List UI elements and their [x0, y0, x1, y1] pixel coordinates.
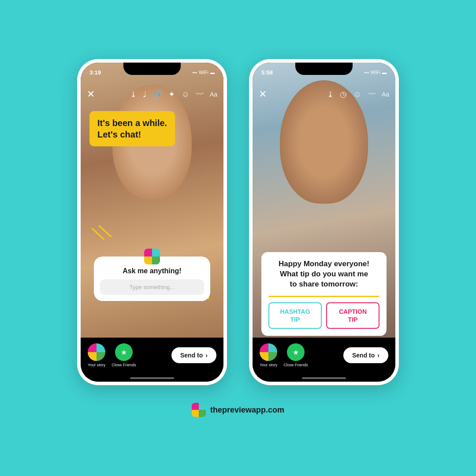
- app-icon: [144, 249, 160, 264]
- music-icon[interactable]: ♩: [143, 89, 146, 99]
- star-icon-2: ★: [293, 348, 299, 357]
- phone-1: 3:19 ▪▪▪ WiFi ▬ ✕ ⤓ ♩ 🔗 ✦ ☺ 〰: [77, 59, 227, 385]
- question-sticker: Ask me anything! Type something...: [94, 257, 210, 301]
- wifi-icon: WiFi: [199, 70, 208, 75]
- chevron-right-icon-1: ›: [205, 352, 208, 359]
- send-to-button-1[interactable]: Send to ›: [171, 347, 216, 363]
- sparkle-icon[interactable]: ✦: [168, 89, 175, 99]
- your-story-circle-1: [88, 343, 105, 361]
- caption-sticker-1: It's been a while.Let's chat!: [89, 111, 175, 146]
- your-story-circle-2: [260, 343, 277, 361]
- quiz-option-caption[interactable]: CAPTIONTIP: [326, 302, 379, 329]
- yellow-divider: [268, 296, 379, 297]
- close-friends-label-2: Close Friends: [283, 363, 308, 367]
- close-icon-2[interactable]: ✕: [259, 89, 267, 99]
- footer-brand: thepreviewapp.com: [192, 403, 284, 417]
- draw-icon[interactable]: 〰: [196, 90, 204, 99]
- chevron-right-icon-2: ›: [377, 352, 379, 359]
- story-toolbar-1: ✕ ⤓ ♩ 🔗 ✦ ☺ 〰 Aa: [81, 85, 223, 104]
- face-icon-2[interactable]: ☺: [353, 90, 361, 99]
- story-bottom-1: Your story ★ Close Friends Send to ›: [81, 338, 223, 382]
- close-friends-circle-2: ★: [287, 343, 305, 361]
- text-icon[interactable]: Aa: [210, 91, 217, 98]
- quiz-options: HASHTAGTIP CAPTIONTIP: [268, 302, 379, 329]
- phone-2: 5:58 ▪▪▪ WiFi ▬ ✕ ⤓ ◷ ☺ 〰 Aa: [249, 59, 399, 385]
- draw-icon-2[interactable]: 〰: [368, 90, 376, 99]
- status-icons-1: ▪▪▪ WiFi ▬: [192, 70, 215, 75]
- home-indicator-2: [302, 377, 346, 379]
- your-story-item-1[interactable]: Your story: [88, 343, 105, 367]
- sticker-input[interactable]: Type something...: [100, 279, 204, 295]
- download-icon[interactable]: ⤓: [130, 89, 137, 99]
- quiz-title: Happy Monday everyone!What tip do you wa…: [268, 259, 379, 290]
- brand-url: thepreviewapp.com: [210, 405, 284, 415]
- close-friends-item-2[interactable]: ★ Close Friends: [283, 343, 308, 367]
- brand-icon: [192, 403, 206, 417]
- story-bottom-2: Your story ★ Close Friends Send to ›: [253, 338, 395, 382]
- battery-icon-2: ▬: [382, 70, 387, 75]
- status-icons-2: ▪▪▪ WiFi ▬: [364, 70, 387, 75]
- text-icon-2[interactable]: Aa: [382, 91, 389, 98]
- quiz-sticker: Happy Monday everyone!What tip do you wa…: [261, 252, 387, 336]
- phones-container: 3:19 ▪▪▪ WiFi ▬ ✕ ⤓ ♩ 🔗 ✦ ☺ 〰: [77, 59, 399, 385]
- close-friends-item-1[interactable]: ★ Close Friends: [112, 343, 136, 367]
- home-indicator-1: [130, 377, 174, 379]
- your-story-label-1: Your story: [88, 363, 105, 367]
- link-icon[interactable]: 🔗: [152, 89, 162, 99]
- time-2: 5:58: [261, 69, 273, 76]
- close-friends-circle-1: ★: [115, 343, 133, 361]
- your-story-label-2: Your story: [260, 363, 277, 367]
- story-background-1: [81, 63, 223, 382]
- your-story-item-2[interactable]: Your story: [260, 343, 277, 367]
- time-1: 3:19: [89, 69, 101, 76]
- timer-icon-2[interactable]: ◷: [340, 89, 347, 99]
- close-icon[interactable]: ✕: [87, 89, 95, 99]
- caption-text-1: It's been a while.Let's chat!: [97, 117, 167, 140]
- wifi-icon-2: WiFi: [371, 70, 380, 75]
- signal-icon: ▪▪▪: [192, 70, 197, 75]
- face-icon[interactable]: ☺: [181, 90, 189, 99]
- quiz-option-hashtag[interactable]: HASHTAGTIP: [268, 302, 322, 329]
- signal-icon-2: ▪▪▪: [364, 70, 369, 75]
- story-toolbar-2: ✕ ⤓ ◷ ☺ 〰 Aa: [253, 85, 395, 104]
- download-icon-2[interactable]: ⤓: [327, 89, 334, 99]
- sticker-title: Ask me anything!: [100, 267, 204, 275]
- close-friends-label-1: Close Friends: [112, 363, 136, 367]
- battery-icon: ▬: [210, 70, 215, 75]
- send-to-button-2[interactable]: Send to ›: [343, 347, 388, 363]
- star-icon-1: ★: [121, 348, 127, 357]
